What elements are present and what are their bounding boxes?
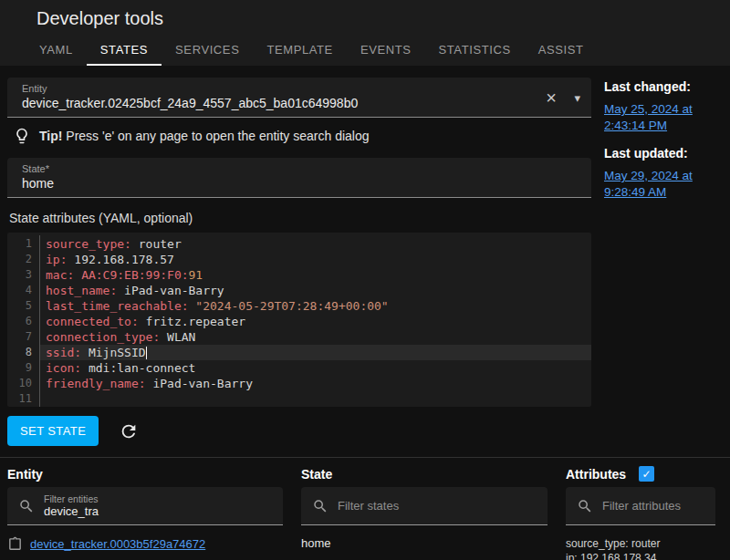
code-line[interactable]: source_type: router	[46, 236, 591, 252]
line-number: 7	[7, 329, 32, 345]
code-line[interactable]: connection_type: WLAN	[46, 329, 591, 345]
search-icon	[18, 498, 35, 514]
state-field-label: State*	[22, 163, 577, 174]
line-number: 10	[7, 376, 32, 391]
states-tab-content: Entity device_tracker.02425bcf_24a9_4557…	[0, 66, 730, 560]
filter-states-field[interactable]	[301, 487, 548, 525]
code-line[interactable]: friendly_name: iPad-van-Barry	[46, 376, 591, 391]
tab-assist[interactable]: ASSIST	[525, 34, 598, 66]
filter-entities-input[interactable]	[44, 504, 272, 518]
set-state-form: Entity device_tracker.02425bcf_24a9_4557…	[7, 78, 591, 446]
tab-yaml[interactable]: YAML	[26, 34, 87, 66]
entity-column-header: Entity	[7, 466, 301, 482]
line-number: 11	[7, 391, 32, 407]
last-updated-block: Last updated: May 29, 2024 at 9:28:49 AM	[604, 146, 723, 200]
table-filter-row: Filter entities	[7, 487, 723, 525]
attributes-label: State attributes (YAML, optional)	[9, 211, 591, 225]
clear-entity-icon[interactable]: ×	[546, 88, 557, 107]
filter-states-input[interactable]	[338, 499, 537, 513]
last-updated-link[interactable]: May 29, 2024 at 9:28:49 AM	[604, 169, 693, 199]
last-changed-link[interactable]: May 25, 2024 at 2:43:14 PM	[604, 102, 693, 132]
state-input[interactable]	[22, 176, 577, 191]
search-icon	[577, 498, 593, 514]
clipboard-icon[interactable]	[7, 536, 23, 552]
attributes-checkbox[interactable]: ✓	[639, 466, 654, 482]
entity-link[interactable]: device_tracker.0003b5f29a74672	[30, 537, 205, 551]
search-icon	[312, 498, 328, 514]
last-changed-block: Last changed: May 25, 2024 at 2:43:14 PM	[604, 79, 723, 133]
tab-states[interactable]: STATES	[87, 34, 162, 66]
lightbulb-icon	[13, 127, 31, 145]
attributes-column-header: Attributes ✓	[566, 466, 723, 482]
tab-bar: YAMLSTATESSERVICESTEMPLATEEVENTSSTATISTI…	[0, 34, 730, 66]
entity-picker[interactable]: Entity device_tracker.02425bcf_24a9_4557…	[7, 78, 591, 118]
tip-banner: Tip! Press 'e' on any page to open the e…	[13, 127, 588, 145]
states-table: Entity State Attributes ✓ Filter entitie…	[7, 458, 723, 560]
actions-row: SET STATE	[7, 416, 591, 446]
state-cell: home	[301, 536, 566, 560]
code-line[interactable]: ssid: MijnSSID	[40, 345, 591, 360]
code-line[interactable]: mac: AA:C9:EB:99:F0:91	[46, 267, 591, 283]
last-changed-label: Last changed:	[604, 79, 723, 94]
editor-gutter: 1234567891011	[7, 235, 40, 407]
table-row: device_tracker.0003b5f29a746720003B5F29A…	[7, 531, 723, 560]
line-number: 4	[7, 283, 32, 298]
last-updated-label: Last updated:	[604, 146, 723, 161]
filter-entities-field[interactable]: Filter entities	[7, 487, 283, 525]
check-icon: ✓	[642, 469, 652, 480]
timestamps-panel: Last changed: May 25, 2024 at 2:43:14 PM…	[591, 78, 723, 446]
chevron-down-icon[interactable]: ▾	[574, 90, 580, 104]
yaml-editor[interactable]: 1234567891011 source_type: routerip: 192…	[7, 233, 591, 407]
filter-attributes-input[interactable]	[602, 499, 704, 513]
set-state-panel: Entity device_tracker.02425bcf_24a9_4557…	[7, 78, 723, 446]
line-number: 3	[7, 267, 32, 283]
tab-events[interactable]: EVENTS	[347, 34, 425, 66]
entity-picker-value: device_tracker.02425bcf_24a9_4557_abc5_b…	[22, 96, 533, 110]
entity-picker-label: Entity	[22, 83, 533, 94]
line-number: 9	[7, 360, 32, 376]
line-number: 8	[7, 345, 32, 360]
line-number: 5	[7, 298, 32, 314]
page-title: Developer tools	[0, 0, 730, 34]
table-header-row: Entity State Attributes ✓	[7, 458, 723, 483]
line-number: 1	[7, 236, 32, 252]
code-line[interactable]: last_time_reachable: "2024-05-29T07:28:4…	[46, 298, 591, 314]
code-line[interactable]: ip: 192.168.178.57	[46, 252, 591, 267]
code-line[interactable]: connected_to: fritz.repeater	[46, 314, 591, 329]
tip-text: Tip! Press 'e' on any page to open the e…	[39, 129, 370, 143]
code-line[interactable]	[46, 391, 591, 407]
code-line[interactable]: host_name: iPad-van-Barry	[46, 283, 591, 298]
filter-attributes-field[interactable]	[566, 487, 715, 525]
app-header: Developer tools YAMLSTATESSERVICESTEMPLA…	[0, 0, 730, 66]
table-body: device_tracker.0003b5f29a746720003B5F29A…	[7, 531, 723, 560]
text-cursor	[146, 347, 148, 359]
filter-entities-label: Filter entities	[44, 493, 272, 504]
editor-code[interactable]: source_type: routerip: 192.168.178.57mac…	[40, 235, 591, 407]
line-number: 6	[7, 314, 32, 329]
state-column-header: State	[301, 466, 566, 482]
tab-statistics[interactable]: STATISTICS	[425, 34, 525, 66]
refresh-icon[interactable]	[119, 421, 139, 441]
tab-template[interactable]: TEMPLATE	[253, 34, 346, 66]
attributes-cell: source_type: routerip: 192.168.178.34mac…	[566, 536, 723, 560]
entity-cell: device_tracker.0003b5f29a746720003B5F29A…	[7, 536, 301, 560]
set-state-button[interactable]: SET STATE	[7, 416, 99, 446]
tab-services[interactable]: SERVICES	[162, 34, 253, 66]
developer-tools-page: Developer tools YAMLSTATESSERVICESTEMPLA…	[0, 0, 730, 560]
line-number: 2	[7, 252, 32, 267]
state-field[interactable]: State*	[7, 158, 591, 198]
code-line[interactable]: icon: mdi:lan-connect	[46, 360, 591, 376]
